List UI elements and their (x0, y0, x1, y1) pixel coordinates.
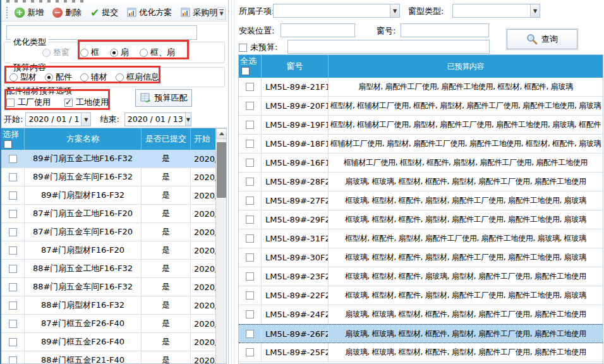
row-checkbox[interactable] (246, 159, 254, 167)
plan-table-row[interactable]: 88#门扇五金车间F16-F32 是 2020/0 (1, 278, 226, 296)
chevron-down-icon[interactable]: ▼ (185, 113, 191, 126)
budget-table-row[interactable]: LM5L-89#-28F26 扇玻璃, 框玻璃, 框型材, 框配件, 扇型材, … (239, 173, 603, 191)
usage-checkbox[interactable]: 工厂使用 (6, 97, 51, 108)
budget-table-row[interactable]: LM5L-89#-21F19 扇型材, 扇配件工厂使用, 扇配件工地使用, 框型… (239, 78, 603, 97)
usage-checkbox[interactable]: 工地使用 (64, 97, 109, 108)
row-checkbox[interactable] (246, 178, 254, 186)
radio-icon (140, 49, 148, 57)
window-type-dropdown[interactable]: ▼ (452, 4, 540, 18)
radio-option[interactable]: 框扇信息 (116, 71, 159, 83)
row-checkbox[interactable] (246, 272, 254, 281)
budget-table-row[interactable]: LM5L-89#-20F18 框型材, 框辅材工厂使用, 框配件, 扇型材, 扇… (239, 97, 603, 116)
plan-table-row[interactable]: 87#门扇五金车间F16-F20 是 2020/0 (1, 223, 226, 241)
chevron-down-icon[interactable]: ▼ (390, 4, 399, 17)
row-checkbox[interactable] (246, 121, 254, 129)
panel-splitter[interactable] (229, 0, 236, 364)
unbudgeted-input[interactable] (287, 40, 490, 54)
unbudgeted-checkbox[interactable]: 未预算: (239, 42, 277, 53)
budget-table-row[interactable]: LM5L-89#-22F20 框玻璃, 框型材, 框配件, 扇型材, 扇配件工厂… (239, 286, 603, 305)
budget-table-row[interactable]: LM5L-89#-26F24 扇玻璃, 框玻璃, 框型材, 框配件, 扇型材, … (239, 324, 603, 343)
window-no-input[interactable] (401, 23, 489, 37)
plan-table-row[interactable]: 88#门扇五金工地F16-F32 是 2020/0 (1, 260, 226, 278)
row-checkbox[interactable] (9, 283, 17, 291)
row-checkbox[interactable] (246, 348, 254, 356)
budget-table-row[interactable]: LM5L-89#-23F21 框玻璃, 框型材, 框配件, 扇玻璃, 扇型材, … (239, 267, 603, 286)
row-checkbox[interactable] (246, 253, 254, 262)
row-checkbox[interactable] (9, 246, 17, 255)
budget-match-button[interactable]: 预算匹配 (135, 89, 192, 107)
radio-option[interactable]: 框 (80, 47, 99, 58)
row-checkbox[interactable] (9, 155, 17, 163)
content-column-header[interactable]: 已预算内容 (329, 55, 603, 78)
budget-table-row[interactable]: LM5L-89#-16F15 框辅材工厂使用, 框型材, 框配件, 扇型材, 扇… (239, 154, 603, 173)
budget-table-row[interactable]: LM5L-89#-31F29 框型材, 框配件, 扇型材, 扇配件工厂使用, 扇… (239, 229, 603, 248)
row-checkbox[interactable] (9, 173, 17, 181)
radio-option[interactable]: 辅材 (80, 71, 107, 83)
window-no: LM5L-89#-23F21 (262, 267, 329, 286)
add-button[interactable]: + 新增 (11, 6, 47, 20)
plan-table-row[interactable]: 87#门扇五金工地F16-F20 是 2020/0 (1, 205, 226, 223)
window-no: LM5L-89#-21F19 (262, 78, 329, 96)
plan-table-row[interactable]: 89#门扇五金车间F16-F32 是 2020/0 (1, 168, 226, 186)
scroll-up-button[interactable] (216, 128, 227, 139)
budget-table-row[interactable]: LM5L-89#-30F28 框玻璃, 框型材, 框配件, 扇型材, 扇配件工厂… (239, 248, 603, 267)
row-checkbox[interactable] (9, 301, 17, 310)
radio-option[interactable]: 配件 (45, 71, 72, 83)
row-checkbox[interactable] (9, 338, 17, 346)
radio-option[interactable]: 框、扇 (140, 47, 175, 58)
toolbar-overflow-button[interactable]: ▼ (217, 7, 226, 20)
radio-option[interactable]: 整窗 (42, 47, 69, 58)
window-no-column-header[interactable]: 窗号 (262, 55, 329, 78)
install-position-input[interactable] (281, 23, 355, 37)
row-checkbox[interactable] (9, 356, 17, 364)
row-checkbox[interactable] (9, 265, 17, 273)
plan-table-row[interactable]: 87#门扇型材F16-F20 是 2020/0 (1, 241, 226, 260)
delete-button[interactable]: − 删除 (49, 6, 85, 20)
plan-table-row[interactable]: 88#门扇型材F16-F32 是 2020/0 (1, 296, 226, 315)
select-all-checkbox[interactable] (4, 140, 12, 149)
plan-table-row[interactable]: 89#门扇五金工地F16-F32 是 2020/0 (1, 150, 226, 168)
plan-table-row[interactable]: 87#门框五金F26-F40 是 2020/0 (1, 315, 226, 333)
plan-table-scrollbar[interactable] (215, 128, 226, 363)
budget-table-row[interactable]: LM5L-89#-25F23 扇玻璃, 框玻璃, 框型材, 框配件, 扇型材, … (239, 343, 603, 362)
row-checkbox[interactable] (246, 291, 254, 300)
chevron-down-icon[interactable]: ▼ (81, 113, 90, 126)
budget-table-row[interactable]: LM5L-89#-24F22 扇玻璃, 框玻璃, 框型材, 框配件, 扇型材, … (239, 305, 603, 324)
submit-button[interactable]: ✔ 提交 (87, 6, 121, 20)
row-checkbox[interactable] (9, 191, 17, 200)
end-date-picker[interactable]: 2020 / 01 / 13 ▼ (124, 112, 191, 126)
row-checkbox[interactable] (246, 102, 254, 110)
row-checkbox[interactable] (9, 210, 17, 218)
name-column-header[interactable]: 方案名称 (25, 128, 142, 150)
row-checkbox[interactable] (246, 330, 254, 338)
row-checkbox[interactable] (246, 140, 254, 148)
row-checkbox[interactable] (246, 215, 254, 224)
budget-table-row[interactable]: LM5L-89#-19F17 框型材, 框辅材工厂使用, 扇型材, 扇配件工厂使… (239, 116, 603, 135)
budget-table-row[interactable]: LM5L-89#-18F16 框辅材工厂使用, 扇型材, 扇配件工厂使用, 扇配… (239, 135, 603, 154)
optimize-plan-button[interactable]: 优化方案 (124, 6, 175, 20)
budget-table-row[interactable]: LM5L-89#-29F27 框玻璃, 框型材, 框配件, 扇型材, 扇配件工厂… (239, 210, 603, 229)
sub-item-dropdown[interactable]: ▼ (273, 4, 400, 18)
accessory-options-label: 配件辅材预算选项 (6, 85, 72, 97)
plan-table-row[interactable]: 89#门框五金F26-F40 是 2020/0 (1, 333, 226, 351)
optimize-plan-label: 优化方案 (139, 7, 172, 18)
row-checkbox[interactable] (246, 197, 254, 205)
select-all-checkbox[interactable] (241, 67, 250, 75)
row-checkbox[interactable] (246, 234, 254, 243)
purchase-detail-button[interactable]: 采购明细 ▼ (178, 6, 236, 20)
radio-option[interactable]: 扇 (110, 47, 129, 58)
submitted-column-header[interactable]: 是否已提交 (142, 128, 191, 150)
row-checkbox[interactable] (9, 320, 17, 328)
plan-table-row[interactable]: 89#门扇型材F16-F32 是 2020/0 (1, 186, 226, 205)
start-date-picker[interactable]: 2020 / 01 / 1 ▼ (25, 112, 91, 126)
row-checkbox[interactable] (246, 83, 254, 91)
row-checkbox[interactable] (9, 228, 17, 236)
chevron-down-icon[interactable]: ▼ (530, 4, 540, 17)
app-window: + 新增 − 删除 ✔ 提交 优化方案 采购明细 (0, 0, 604, 364)
row-checkbox[interactable] (246, 310, 254, 318)
toolbar-grip[interactable] (6, 7, 8, 18)
budget-table-row[interactable]: LM5L-89#-27F25 框玻璃, 框型材, 框配件, 扇型材, 扇配件工厂… (239, 191, 603, 210)
scrollbar-thumb[interactable] (217, 142, 226, 198)
plan-table-row[interactable]: 88#门框五金F21-F40 是 2020/0 (1, 351, 226, 364)
query-button[interactable]: 查询 (507, 29, 577, 49)
